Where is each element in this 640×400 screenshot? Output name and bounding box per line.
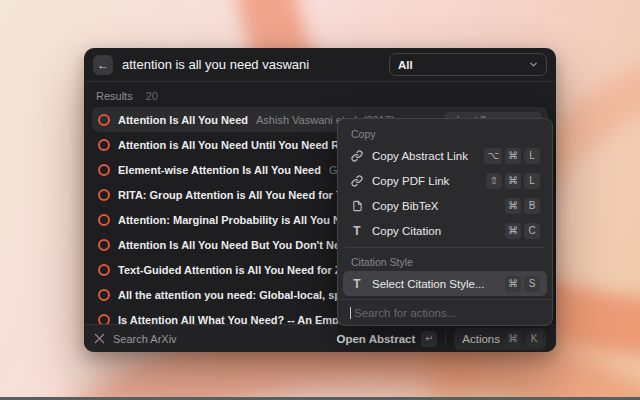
results-header: Results 20 xyxy=(84,82,556,107)
arxiv-x-icon xyxy=(94,333,105,344)
search-input[interactable]: attention is all you need vaswani xyxy=(122,57,309,72)
back-arrow-icon: ← xyxy=(97,58,109,72)
option-key-icon: ⌥ xyxy=(484,148,502,164)
menu-item-copy-citation[interactable]: T Copy Citation ⌘ C xyxy=(343,218,547,243)
menu-item-label: Copy Citation xyxy=(372,225,441,237)
command-key-icon: ⌘ xyxy=(505,331,521,347)
filter-dropdown[interactable]: All xyxy=(389,53,547,76)
chevron-down-icon xyxy=(529,60,538,69)
command-key-icon: ⌘ xyxy=(505,173,521,189)
actions-menu: Copy Copy Abstract Link ⌥ ⌘ L Copy PDF L… xyxy=(337,118,553,326)
text-cursor xyxy=(350,307,351,319)
back-button[interactable]: ← xyxy=(93,55,113,75)
footer-divider xyxy=(445,332,446,345)
open-abstract-button[interactable]: Open Abstract ↵ xyxy=(336,331,437,347)
result-title: Attention Is All You Need xyxy=(118,114,248,126)
text-icon: T xyxy=(350,224,364,238)
menu-divider xyxy=(345,247,545,248)
menu-item-label: Copy BibTeX xyxy=(372,200,438,212)
menu-item-copy-bibtex[interactable]: Copy BibTeX ⌘ B xyxy=(343,193,547,218)
arxiv-paper-icon xyxy=(98,214,110,226)
return-key-icon: ↵ xyxy=(421,331,437,347)
menu-item-copy-pdf-link[interactable]: Copy PDF Link ⇧ ⌘ L xyxy=(343,168,547,193)
menu-section-header: Copy xyxy=(343,124,547,143)
command-key-icon: ⌘ xyxy=(505,198,521,214)
command-key-icon: ⌘ xyxy=(505,148,521,164)
k-key-icon: K xyxy=(526,331,542,347)
arxiv-paper-icon xyxy=(98,264,110,276)
search-topbar: ← attention is all you need vaswani All xyxy=(84,48,556,81)
result-title: Attention: Marginal Probability is All Y… xyxy=(118,214,367,226)
results-label: Results xyxy=(96,90,133,102)
filter-dropdown-value: All xyxy=(398,59,413,71)
c-key-icon: C xyxy=(524,223,540,239)
actions-search-row xyxy=(338,299,552,325)
menu-section-header: Citation Style xyxy=(343,252,547,271)
actions-button[interactable]: Actions ⌘ K xyxy=(454,328,546,350)
menu-item-copy-abstract-link[interactable]: Copy Abstract Link ⌥ ⌘ L xyxy=(343,143,547,168)
arxiv-paper-icon xyxy=(98,239,110,251)
extension-name: Search ArXiv xyxy=(113,333,177,345)
actions-label: Actions xyxy=(462,333,500,345)
arxiv-paper-icon xyxy=(98,289,110,301)
l-key-icon: L xyxy=(524,173,540,189)
footer-bar: Search ArXiv Open Abstract ↵ Actions ⌘ K xyxy=(84,324,556,352)
file-icon xyxy=(350,200,364,212)
command-key-icon: ⌘ xyxy=(505,276,521,292)
l-key-icon: L xyxy=(524,148,540,164)
open-abstract-label: Open Abstract xyxy=(336,333,415,345)
menu-item-label: Copy PDF Link xyxy=(372,175,449,187)
arxiv-paper-icon xyxy=(98,114,110,126)
menu-item-select-citation-style[interactable]: T Select Citation Style... ⌘ S xyxy=(343,271,547,296)
arxiv-paper-icon xyxy=(98,139,110,151)
actions-search-input[interactable] xyxy=(352,306,540,320)
menu-item-label: Select Citation Style... xyxy=(372,278,485,290)
results-count: 20 xyxy=(146,90,158,102)
menu-item-label: Copy Abstract Link xyxy=(372,150,468,162)
desktop-background: ← attention is all you need vaswani All … xyxy=(0,0,640,400)
shift-key-icon: ⇧ xyxy=(486,173,502,189)
s-key-icon: S xyxy=(524,276,540,292)
arxiv-paper-icon xyxy=(98,164,110,176)
b-key-icon: B xyxy=(524,198,540,214)
link-icon xyxy=(350,175,364,187)
command-key-icon: ⌘ xyxy=(505,223,521,239)
link-icon xyxy=(350,150,364,162)
raycast-window: ← attention is all you need vaswani All … xyxy=(84,48,556,352)
text-icon: T xyxy=(350,277,364,291)
arxiv-paper-icon xyxy=(98,189,110,201)
result-title: Element-wise Attention Is All You Need xyxy=(118,164,321,176)
